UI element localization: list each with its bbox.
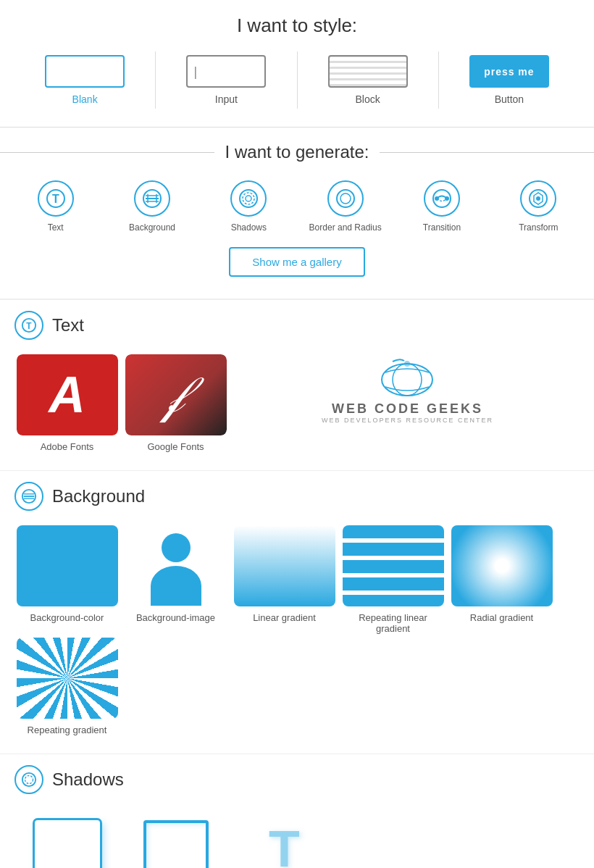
text-shadow-card-item[interactable]: T Text shadow (232, 809, 337, 868)
background-section: Background Background-color Background-i… (0, 470, 594, 754)
input-icon (186, 55, 266, 88)
gallery-button[interactable]: Show me a gallery (229, 247, 364, 277)
border-circle-icon (327, 180, 364, 217)
inner-shadow-card-item[interactable]: Inner box shadow (123, 809, 228, 868)
repeating-conic-thumb (17, 638, 118, 719)
linear-grad-label: Linear gradient (253, 612, 316, 623)
style-option-blank[interactable]: Blank (14, 51, 156, 109)
wcg-logo-area: WEB CODE GEEKS WEB DEVELOPERS RESOURCE C… (235, 354, 580, 427)
bg-image-label: Background-image (136, 612, 215, 623)
style-options: Blank Input Block press me Button (0, 51, 594, 120)
repeating-linear-label: Repeating linear gradient (340, 612, 446, 634)
radial-grad-thumb (451, 525, 553, 606)
transition-circle-icon (424, 180, 460, 217)
style-option-input[interactable]: Input (156, 51, 297, 109)
shadows-card-grid: Outer box shadow Inner box shadow T Text… (14, 809, 580, 868)
text-circle-icon: T (38, 180, 74, 217)
svg-point-8 (246, 196, 251, 201)
divider-line-right (380, 152, 594, 153)
adobe-icon: A (17, 354, 118, 435)
svg-text:T: T (26, 321, 32, 331)
style-option-button[interactable]: press me Button (439, 51, 580, 109)
outer-shadow-thumb (17, 809, 118, 868)
gen-transition-label: Transition (423, 222, 461, 233)
linear-grad-card-item[interactable]: Linear gradient (232, 525, 337, 634)
button-label: Button (495, 93, 524, 105)
divider-line-left (0, 152, 214, 153)
gallery-button-wrapper: Show me a gallery (0, 247, 594, 277)
text-card-grid: A Adobe Fonts 𝒻 Google Fonts (14, 354, 228, 452)
bg-color-thumb (17, 525, 118, 606)
svg-point-9 (337, 190, 354, 207)
gen-option-transform[interactable]: Transform (490, 180, 587, 233)
svg-point-12 (435, 197, 438, 200)
transform-circle-icon (520, 180, 556, 217)
google-fonts-thumb: 𝒻 (125, 354, 227, 435)
background-section-icon (14, 482, 43, 511)
background-card-grid: Background-color Background-image Linear… (14, 525, 580, 735)
gen-border-label: Border and Radius (309, 222, 382, 233)
adobe-fonts-thumb: A (17, 354, 118, 435)
repeating-conic-card-item[interactable]: Repeating gradient (14, 638, 120, 735)
adobe-fonts-label: Adobe Fonts (41, 441, 94, 452)
gen-option-shadows[interactable]: Shadows (201, 180, 297, 233)
radial-grad-card-item[interactable]: Radial gradient (449, 525, 554, 634)
blank-icon (45, 55, 125, 88)
style-title: I want to style: (0, 14, 594, 37)
text-shadow-thumb: T (234, 809, 335, 868)
text-shadow-t-letter: T (269, 820, 300, 868)
bg-image-card-item[interactable]: Background-image (123, 525, 228, 634)
svg-point-15 (537, 197, 540, 200)
shadows-section-icon (14, 765, 43, 794)
repeating-linear-card-item[interactable]: Repeating linear gradient (340, 525, 446, 634)
gen-transform-label: Transform (519, 222, 558, 233)
outer-shadow-card-item[interactable]: Outer box shadow (14, 809, 120, 868)
google-fonts-card[interactable]: 𝒻 Google Fonts (123, 354, 228, 452)
wcg-logo-icon (378, 358, 436, 401)
inner-shadow-inner (143, 820, 209, 868)
repeating-linear-thumb (343, 525, 444, 606)
gen-option-text[interactable]: T Text (7, 180, 104, 233)
button-preview-icon: press me (469, 55, 549, 88)
shadows-section: Shadows Outer box shadow Inner box shado… (0, 754, 594, 868)
adobe-fonts-card[interactable]: A Adobe Fonts (14, 354, 120, 452)
background-circle-icon (134, 180, 170, 217)
outer-shadow-inner (35, 820, 100, 868)
style-section: I want to style: Blank Input Block press… (0, 0, 594, 128)
shadows-circle-icon (230, 180, 267, 217)
google-f-letter: 𝒻 (168, 366, 183, 425)
svg-text:T: T (52, 193, 59, 205)
bg-color-label: Background-color (30, 612, 104, 623)
gen-text-label: Text (48, 222, 64, 233)
wcg-brand-text: WEB CODE GEEKS (332, 401, 483, 417)
svg-point-7 (243, 193, 254, 204)
person-icon (147, 533, 205, 598)
text-section: T Text A Adobe Fonts 𝒻 (0, 299, 594, 470)
shadows-section-title: Shadows (52, 769, 124, 790)
bg-image-thumb (125, 525, 227, 606)
generate-title: I want to generate: (214, 142, 380, 162)
person-head (162, 533, 191, 562)
inner-shadow-thumb (125, 809, 227, 868)
background-section-header: Background (14, 482, 580, 511)
gen-option-background[interactable]: Background (104, 180, 200, 233)
text-section-icon: T (14, 311, 43, 340)
bg-color-card-item[interactable]: Background-color (14, 525, 120, 634)
google-fonts-label: Google Fonts (147, 441, 204, 452)
wcg-sub-text: WEB DEVELOPERS RESOURCE CENTER (322, 417, 493, 424)
input-label: Input (215, 93, 238, 105)
svg-point-26 (25, 776, 33, 784)
style-option-block[interactable]: Block (298, 51, 439, 109)
wcg-logo: WEB CODE GEEKS WEB DEVELOPERS RESOURCE C… (322, 358, 493, 424)
generate-divider: I want to generate: (0, 142, 594, 162)
radial-grad-label: Radial gradient (470, 612, 533, 623)
gen-option-border[interactable]: Border and Radius (297, 180, 393, 233)
block-label: Block (356, 93, 380, 105)
generate-options-row: T Text Background (0, 180, 594, 233)
svg-point-10 (340, 193, 351, 204)
text-section-header: T Text (14, 311, 580, 340)
repeating-conic-label: Repeating gradient (28, 725, 107, 735)
svg-point-25 (22, 773, 35, 786)
person-body (151, 566, 201, 606)
gen-option-transition[interactable]: Transition (393, 180, 490, 233)
